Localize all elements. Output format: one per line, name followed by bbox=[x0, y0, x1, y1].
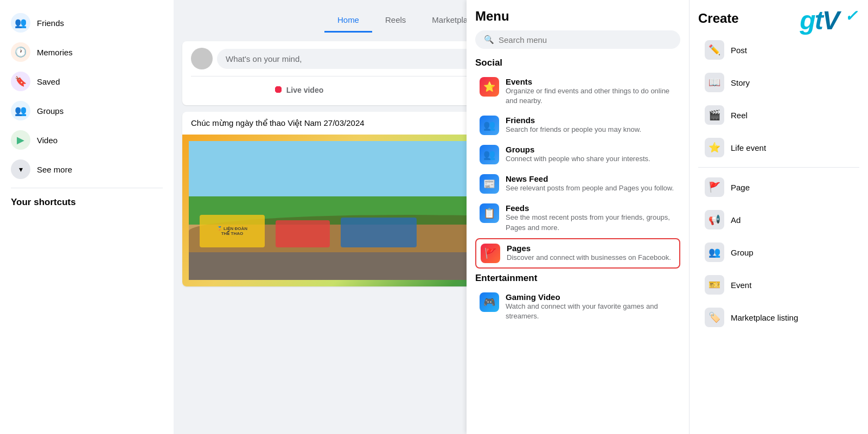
create-label-group: Group bbox=[731, 248, 754, 257]
feeds-text: Feeds See the most recent posts from you… bbox=[506, 203, 676, 232]
sidebar-label-video: Video bbox=[37, 136, 58, 145]
create-label-ad: Ad bbox=[731, 215, 741, 225]
avatar bbox=[191, 48, 213, 69]
memories-icon: 🕐 bbox=[11, 42, 30, 62]
create-label-marketplace: Marketplace listing bbox=[731, 313, 798, 322]
entertainment-section-title: Entertainment bbox=[475, 273, 680, 284]
search-box[interactable]: 🔍 bbox=[475, 30, 680, 49]
create-item-group[interactable]: 👥 Group bbox=[698, 237, 859, 267]
sidebar-divider bbox=[11, 188, 163, 188]
menu-item-newsfeed[interactable]: 📰 News Feed See relevant posts from peop… bbox=[475, 170, 680, 198]
newsfeed-desc: See relevant posts from people and Pages… bbox=[506, 183, 676, 193]
live-video-button[interactable]: ⏺ Live video bbox=[191, 81, 406, 99]
shortcuts-label: Your shortcuts bbox=[4, 193, 169, 212]
search-input[interactable] bbox=[499, 35, 672, 44]
create-label-story: Story bbox=[731, 78, 750, 87]
post-create-icon: ✏️ bbox=[705, 40, 724, 60]
create-label-page: Page bbox=[731, 183, 750, 192]
group-create-icon: 👥 bbox=[705, 242, 724, 262]
sidebar-item-video[interactable]: ▶ Video bbox=[4, 126, 169, 154]
reel-create-icon: 🎬 bbox=[705, 105, 724, 125]
create-item-ad[interactable]: 📢 Ad bbox=[698, 205, 859, 235]
pages-icon: 🚩 bbox=[481, 244, 500, 263]
feeds-icon: 📋 bbox=[480, 203, 499, 223]
newsfeed-name: News Feed bbox=[506, 174, 676, 183]
friends-desc: Search for friends or people you may kno… bbox=[506, 125, 676, 135]
groups-icon: 👥 bbox=[11, 101, 30, 120]
create-item-post[interactable]: ✏️ Post bbox=[698, 35, 859, 65]
marketplace-create-icon: 🏷️ bbox=[705, 308, 724, 327]
sidebar-item-memories[interactable]: 🕐 Memories bbox=[4, 38, 169, 66]
seemore-icon: ▾ bbox=[11, 159, 30, 179]
social-section-title: Social bbox=[475, 58, 680, 68]
create-panel: Create ✏️ Post 📖 Story 🎬 Reel ⭐ Life eve… bbox=[689, 0, 868, 434]
friends-icon: 👥 bbox=[11, 13, 30, 33]
live-video-icon: ⏺ bbox=[273, 84, 283, 95]
page-create-icon: 🚩 bbox=[705, 177, 724, 197]
menu-item-friends[interactable]: 👥 Friends Search for friends or people y… bbox=[475, 111, 680, 139]
friends-menu-icon: 👥 bbox=[480, 116, 499, 135]
menu-title: Menu bbox=[475, 9, 680, 24]
menu-item-feeds[interactable]: 📋 Feeds See the most recent posts from y… bbox=[475, 199, 680, 237]
friends-text: Friends Search for friends or people you… bbox=[506, 116, 676, 135]
groups-text: Groups Connect with people who share you… bbox=[506, 145, 676, 164]
menu-item-groups[interactable]: 👥 Groups Connect with people who share y… bbox=[475, 141, 680, 169]
groups-desc: Connect with people who share your inter… bbox=[506, 154, 676, 164]
gaming-name: Gaming Video bbox=[506, 292, 676, 302]
sidebar-item-saved[interactable]: 🔖 Saved bbox=[4, 67, 169, 95]
live-video-label: Live video bbox=[286, 86, 323, 94]
events-icon: ⭐ bbox=[480, 77, 499, 97]
saved-icon: 🔖 bbox=[11, 72, 30, 91]
newsfeed-text: News Feed See relevant posts from people… bbox=[506, 174, 676, 193]
create-divider bbox=[698, 167, 859, 168]
gaming-icon: 🎮 bbox=[480, 292, 499, 312]
gaming-desc: Watch and connect with your favorite gam… bbox=[506, 302, 676, 321]
sidebar-item-seemore[interactable]: ▾ See more bbox=[4, 155, 169, 183]
groups-menu-icon: 👥 bbox=[480, 145, 499, 164]
sidebar-label-friends: Friends bbox=[37, 18, 64, 28]
create-item-event[interactable]: 🎫 Event bbox=[698, 270, 859, 300]
menu-item-events[interactable]: ⭐ Events Organize or find events and oth… bbox=[475, 73, 680, 110]
menu-panel: Menu 🔍 Social ⭐ Events Organize or find … bbox=[467, 0, 689, 434]
create-item-story[interactable]: 📖 Story bbox=[698, 67, 859, 98]
create-label-lifeevent: Life event bbox=[731, 143, 766, 152]
menu-item-pages[interactable]: 🚩 Pages Discover and connect with busine… bbox=[475, 238, 680, 269]
sidebar-label-groups: Groups bbox=[37, 106, 63, 116]
sidebar-label-seemore: See more bbox=[37, 165, 72, 174]
sidebar-label-memories: Memories bbox=[37, 48, 73, 57]
sidebar-item-friends[interactable]: 👥 Friends bbox=[4, 9, 169, 37]
events-text: Events Organize or find events and other… bbox=[506, 77, 676, 106]
feeds-name: Feeds bbox=[506, 203, 676, 213]
feeds-desc: See the most recent posts from your frie… bbox=[506, 213, 676, 232]
tab-home[interactable]: Home bbox=[324, 9, 372, 33]
sidebar-label-saved: Saved bbox=[37, 77, 60, 86]
events-name: Events bbox=[506, 77, 676, 86]
newsfeed-icon: 📰 bbox=[480, 174, 499, 194]
left-sidebar: 👥 Friends 🕐 Memories 🔖 Saved 👥 Groups ▶ … bbox=[0, 0, 174, 434]
create-item-page[interactable]: 🚩 Page bbox=[698, 172, 859, 202]
video-icon: ▶ bbox=[11, 130, 30, 150]
ad-create-icon: 📢 bbox=[705, 210, 724, 229]
create-label-post: Post bbox=[731, 46, 747, 55]
create-item-reel[interactable]: 🎬 Reel bbox=[698, 100, 859, 130]
search-icon: 🔍 bbox=[484, 35, 494, 44]
event-create-icon: 🎫 bbox=[705, 275, 724, 295]
tab-reels[interactable]: Reels bbox=[372, 9, 419, 33]
events-desc: Organize or find events and other things… bbox=[506, 86, 676, 106]
gtv-logo: gtV ✓ bbox=[800, 5, 857, 35]
create-item-marketplace[interactable]: 🏷️ Marketplace listing bbox=[698, 302, 859, 333]
story-create-icon: 📖 bbox=[705, 73, 724, 92]
create-label-event: Event bbox=[731, 280, 751, 290]
create-label-reel: Reel bbox=[731, 111, 748, 120]
create-item-lifeevent[interactable]: ⭐ Life event bbox=[698, 132, 859, 163]
gaming-text: Gaming Video Watch and connect with your… bbox=[506, 292, 676, 321]
pages-name: Pages bbox=[507, 244, 675, 253]
lifeevent-create-icon: ⭐ bbox=[705, 138, 724, 157]
sidebar-item-groups[interactable]: 👥 Groups bbox=[4, 97, 169, 125]
pages-text: Pages Discover and connect with business… bbox=[507, 244, 675, 263]
groups-name: Groups bbox=[506, 145, 676, 154]
menu-item-gaming[interactable]: 🎮 Gaming Video Watch and connect with yo… bbox=[475, 288, 680, 326]
friends-name: Friends bbox=[506, 116, 676, 125]
pages-desc: Discover and connect with businesses on … bbox=[507, 253, 675, 263]
